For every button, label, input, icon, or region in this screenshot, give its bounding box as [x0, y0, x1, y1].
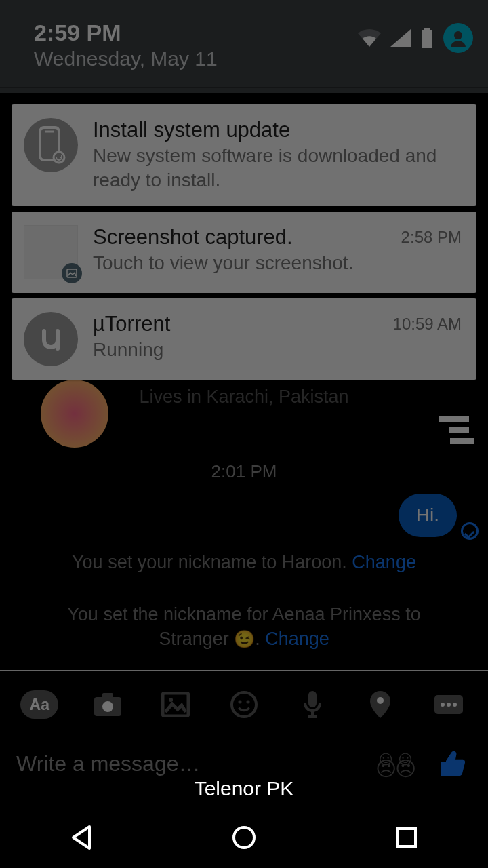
voice-button[interactable] [293, 686, 331, 724]
notification-title: Install system update [93, 118, 462, 142]
system-message-nickname-other: You set the nickname for Aenaa Prinxess … [41, 602, 447, 652]
wifi-icon [358, 29, 381, 47]
notification-title: µTorrent [93, 312, 386, 336]
cell-signal-icon [390, 29, 411, 47]
notification-list: Install system update New system softwar… [12, 104, 476, 385]
gallery-button[interactable] [157, 686, 195, 724]
notification-title: Screenshot captured. [93, 225, 394, 250]
carrier-label: Telenor PK [0, 777, 488, 800]
status-icons [358, 23, 473, 53]
svg-rect-1 [102, 693, 113, 698]
chat-timestamp: 2:01 PM [0, 461, 488, 482]
svg-point-7 [246, 701, 249, 704]
svg-point-24 [234, 827, 254, 848]
change-nickname-link[interactable]: Change [352, 552, 416, 572]
home-button[interactable] [203, 819, 285, 856]
sticker-picker-button[interactable]: ☺☺☹☹ [375, 753, 415, 774]
compose-toolbar: Aa [0, 678, 488, 731]
divider [0, 425, 488, 425]
notification-system-update[interactable]: Install system update New system softwar… [12, 104, 476, 206]
svg-rect-25 [398, 829, 415, 846]
notification-subtitle: New system software is downloaded and re… [93, 144, 462, 193]
recent-apps-button[interactable] [366, 819, 447, 856]
system-message-nickname-self: You set your nickname to Haroon. Change [0, 552, 488, 573]
notification-time: 10:59 AM [393, 312, 462, 334]
divider [0, 670, 488, 671]
change-other-nickname-link[interactable]: Change [265, 629, 329, 649]
profile-icon[interactable] [443, 23, 473, 53]
notification-subtitle: Touch to view your screenshot. [93, 251, 394, 275]
camera-button[interactable] [89, 686, 127, 724]
notification-subtitle: Running [93, 338, 386, 362]
system-update-icon [24, 118, 78, 172]
more-button[interactable] [430, 686, 468, 724]
back-button[interactable] [41, 819, 122, 856]
svg-point-18 [454, 31, 462, 39]
screenshot-thumbnail [24, 225, 78, 279]
notification-time: 2:58 PM [401, 225, 462, 247]
svg-point-4 [169, 698, 173, 702]
svg-point-5 [232, 692, 256, 717]
android-navbar [0, 807, 488, 868]
chat-options-icon[interactable] [439, 416, 469, 444]
notification-utorrent[interactable]: µTorrent Running 10:59 AM [12, 298, 476, 380]
outgoing-message[interactable]: Hi. [399, 494, 457, 537]
text-style-button[interactable]: Aa [20, 686, 58, 724]
message-input[interactable]: Write a message… [16, 751, 375, 776]
svg-point-21 [54, 152, 64, 163]
emoji-button[interactable] [225, 686, 263, 724]
utorrent-icon [24, 312, 78, 366]
location-button[interactable] [361, 686, 399, 724]
svg-rect-8 [308, 691, 317, 707]
contact-location: Lives in Karachi, Pakistan [0, 387, 488, 408]
svg-point-2 [102, 701, 113, 712]
svg-rect-17 [422, 30, 432, 48]
battery-icon [420, 28, 434, 48]
notification-shade-header[interactable]: 2:59 PM Wednesday, May 11 [0, 0, 488, 88]
notification-screenshot[interactable]: Screenshot captured. Touch to view your … [12, 212, 476, 293]
svg-point-23 [36, 324, 66, 354]
sent-indicator-icon [461, 522, 479, 540]
svg-point-13 [441, 703, 445, 707]
svg-point-15 [453, 703, 457, 707]
image-badge-icon [62, 263, 82, 283]
svg-point-11 [377, 697, 384, 704]
svg-point-6 [238, 701, 241, 704]
svg-rect-16 [424, 28, 430, 30]
svg-point-14 [447, 703, 451, 707]
